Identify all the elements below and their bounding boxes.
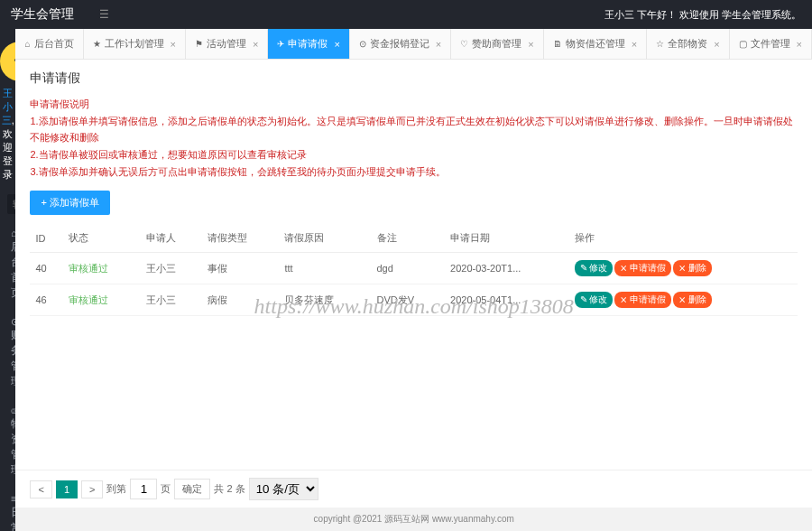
tab-icon: ⊙ — [359, 39, 366, 49]
leave-table: ID状态申请人请假类型请假原因备注申请日期操作 40审核通过王小三事假tttdg… — [30, 224, 798, 316]
notice-title: 申请请假说明 — [30, 96, 798, 113]
page-input[interactable] — [130, 479, 157, 499]
footer: copyright @2021 源码互站网 www.yuanmahy.com — [15, 508, 812, 531]
sidebar-item[interactable]: ⌾物资管理▾ — [0, 396, 15, 485]
page-confirm[interactable]: 确定 — [174, 479, 210, 499]
page-prev[interactable]: < — [30, 480, 51, 498]
sidebar: 王小三, 欢迎登录 ⌕ ⌂后台首页⊙财务管理▾⌾物资管理▾≡日常事务管理▾✈申请… — [0, 29, 15, 531]
tab-icon: ▢ — [739, 39, 747, 49]
close-icon[interactable]: × — [714, 39, 719, 50]
apply-button[interactable]: ⨯ 申请请假 — [614, 260, 671, 276]
page-title: 申请请假 — [30, 70, 798, 87]
menu-toggle-icon[interactable]: ☰ — [99, 8, 109, 21]
tab-icon: ⚑ — [195, 39, 203, 49]
col-header: 请假类型 — [202, 224, 279, 253]
username: 王小三, 欢迎登录 — [0, 87, 15, 182]
col-header: 申请人 — [141, 224, 203, 253]
duck-icon — [6, 48, 15, 75]
delete-button[interactable]: ⨯ 删除 — [673, 260, 712, 276]
page-current[interactable]: 1 — [56, 480, 78, 498]
edit-button[interactable]: ✎ 修改 — [575, 292, 614, 308]
pagination: < 1 > 到第 页 确定 共 2 条 10 条/页 — [15, 470, 812, 508]
col-header: ID — [30, 224, 63, 253]
main-area: ⌂后台首页★工作计划管理×⚑活动管理×✈申请请假×⊙资金报销登记×♡赞助商管理×… — [15, 29, 812, 531]
content: 申请请假 申请请假说明 1.添加请假单并填写请假信息，添加之后请假单的状态为初始… — [15, 60, 812, 470]
col-header: 操作 — [569, 224, 798, 253]
notice-line: 3.请假单添加并确认无误后方可点出申请请假按钮，会跳转至我的待办页面办理提交申请… — [30, 163, 798, 181]
tab[interactable]: ♡赞助商管理× — [451, 29, 543, 59]
edit-button[interactable]: ✎ 修改 — [575, 260, 614, 276]
tab[interactable]: ✈申请请假× — [268, 29, 349, 59]
close-icon[interactable]: × — [632, 39, 637, 50]
close-icon[interactable]: × — [528, 39, 533, 50]
tab-bar: ⌂后台首页★工作计划管理×⚑活动管理×✈申请请假×⊙资金报销登记×♡赞助商管理×… — [15, 29, 812, 60]
tab[interactable]: ⊙资金报销登记× — [350, 29, 451, 59]
tab[interactable]: ★工作计划管理× — [84, 29, 186, 59]
close-icon[interactable]: × — [436, 39, 441, 50]
tab-icon: ♡ — [460, 39, 468, 49]
user-box: 王小三, 欢迎登录 — [0, 29, 15, 189]
tab[interactable]: ▢文件管理× — [730, 29, 812, 59]
notice-line: 2.当请假单被驳回或审核通过，想要知道原因可以查看审核记录 — [30, 146, 798, 163]
tab-icon: ☆ — [656, 39, 664, 49]
tab-icon: ⌂ — [24, 39, 30, 49]
close-icon[interactable]: × — [797, 39, 802, 50]
apply-button[interactable]: ⨯ 申请请假 — [614, 292, 671, 308]
page-size-select[interactable]: 10 条/页 — [249, 478, 318, 500]
sidebar-item[interactable]: ⌂后台首页 — [0, 219, 15, 308]
sidebar-item[interactable]: ≡日常事务管理▾ — [0, 485, 15, 531]
tab-icon: ✈ — [277, 39, 284, 49]
header-greeting: 王小三 下午好！ 欢迎使用 学生会管理系统。 — [604, 8, 801, 22]
sidebar-item[interactable]: ⊙财务管理▾ — [0, 308, 15, 396]
col-header: 请假原因 — [279, 224, 371, 253]
page-next[interactable]: > — [81, 480, 103, 498]
add-leave-button[interactable]: + 添加请假单 — [30, 191, 109, 215]
tab[interactable]: ⌂后台首页 — [15, 29, 83, 59]
close-icon[interactable]: × — [253, 39, 258, 50]
notice-line: 1.添加请假单并填写请假信息，添加之后请假单的状态为初始化。这只是填写请假单而已… — [30, 113, 798, 146]
close-icon[interactable]: × — [334, 39, 339, 50]
close-icon[interactable]: × — [171, 39, 176, 50]
tab-icon: ★ — [93, 39, 101, 49]
tab[interactable]: ☆全部物资× — [647, 29, 729, 59]
table-row: 46审核通过王小三病假贝多芬速度DVD发V2020-05-04T1...✎ 修改… — [30, 284, 798, 316]
avatar — [0, 42, 15, 81]
col-header: 状态 — [63, 224, 140, 253]
table-row: 40审核通过王小三事假tttdgd2020-03-20T1...✎ 修改⨯ 申请… — [30, 253, 798, 284]
tab-icon: 🗎 — [553, 39, 562, 49]
top-header: 学生会管理 ☰ 王小三 下午好！ 欢迎使用 学生会管理系统。 — [0, 0, 812, 29]
tab[interactable]: ⚑活动管理× — [186, 29, 268, 59]
col-header: 申请日期 — [445, 224, 569, 253]
app-title: 学生会管理 — [11, 6, 74, 23]
delete-button[interactable]: ⨯ 删除 — [673, 292, 712, 308]
tab[interactable]: 🗎物资借还管理× — [544, 29, 647, 59]
col-header: 备注 — [372, 224, 446, 253]
notice-box: 申请请假说明 1.添加请假单并填写请假信息，添加之后请假单的状态为初始化。这只是… — [30, 96, 798, 180]
sidebar-search[interactable]: ⌕ — [7, 194, 15, 214]
